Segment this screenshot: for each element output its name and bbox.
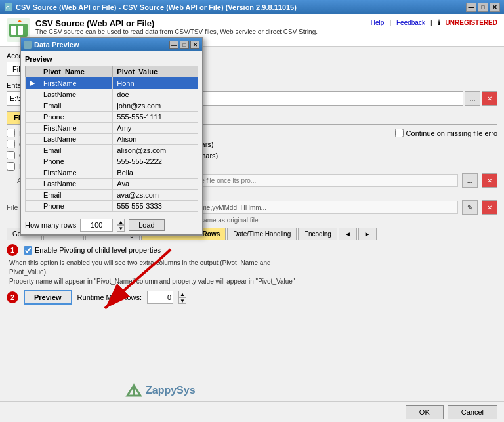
row-arrow xyxy=(26,134,39,145)
pivot-description: When this option is enabled you will see… xyxy=(9,259,497,286)
row-arrow xyxy=(26,156,39,167)
app-header-links: Help | Feedback | ℹ UNREGISTERED xyxy=(371,18,497,27)
table-row[interactable]: FirstName Bella xyxy=(26,167,198,179)
dp-cell-value: alison@zs.com xyxy=(113,145,198,156)
recursive-scan-checkbox[interactable] xyxy=(7,129,15,137)
row-arrow xyxy=(26,190,39,201)
browse-button[interactable]: ... xyxy=(465,91,480,106)
dp-col-arrow xyxy=(26,66,39,77)
app-description: The CSV source can be used to read data … xyxy=(35,28,318,35)
bottom-bar: OK Cancel xyxy=(0,401,504,422)
svg-rect-4 xyxy=(11,26,16,35)
clear-button[interactable]: ✕ xyxy=(482,91,497,106)
dp-cell-value: Hohn xyxy=(113,77,198,89)
dp-title-controls: — □ ✕ xyxy=(169,41,200,49)
pivot-enable-checkbox[interactable] xyxy=(24,246,32,255)
runtime-input[interactable] xyxy=(147,291,173,304)
pivot-enable-label: Enable Pivoting of child level propertie… xyxy=(35,246,161,254)
runtime-spinner[interactable]: ▲ ▼ xyxy=(178,291,186,304)
table-row[interactable]: ▶ FirstName Hohn xyxy=(26,77,198,89)
app-title: CSV Source (Web API or File) xyxy=(35,18,318,28)
dp-load-button[interactable]: Load xyxy=(129,219,164,231)
dp-table: Pivot_Name Pivot_Value ▶ FirstName Hohn … xyxy=(25,66,198,212)
row-arrow: ▶ xyxy=(26,77,39,89)
dp-col-pivot-value: Pivot_Value xyxy=(113,66,198,77)
minimize-button[interactable]: — xyxy=(466,3,476,12)
dp-cell-name: Email xyxy=(39,100,113,112)
zappysys-logo: ZappySys xyxy=(125,383,196,398)
row-arrow xyxy=(26,89,39,100)
dp-cell-name: FirstName xyxy=(39,77,113,89)
dp-col-pivot-name: Pivot_Name xyxy=(39,66,113,77)
main-title-bar: C CSV Source (Web API or File) - CSV Sou… xyxy=(0,0,504,14)
row-arrow xyxy=(26,145,39,156)
archive-browse-btn[interactable]: ... xyxy=(462,173,478,188)
tab-next-arrow[interactable]: ► xyxy=(358,228,377,240)
svg-text:C: C xyxy=(6,5,10,11)
row-arrow xyxy=(26,201,39,212)
table-row[interactable]: Email alison@zs.com xyxy=(26,145,198,156)
dp-minimize-btn[interactable]: — xyxy=(169,41,178,49)
dp-cell-name: FirstName xyxy=(39,123,113,134)
dp-rows-spinner[interactable]: ▲ ▼ xyxy=(117,219,125,232)
table-row[interactable]: LastName Alison xyxy=(26,134,198,145)
filename-edit-btn[interactable]: ✎ xyxy=(462,200,478,215)
maximize-button[interactable]: □ xyxy=(478,3,488,12)
dp-maximize-btn[interactable]: □ xyxy=(180,41,189,49)
badge-2: 2 xyxy=(10,293,14,301)
dp-cell-name: FirstName xyxy=(39,167,113,179)
pivot-enable-row: 1 Enable Pivoting of child level propert… xyxy=(7,244,497,256)
tab-prev-arrow[interactable]: ◄ xyxy=(339,228,357,240)
filename-clear-btn[interactable]: ✕ xyxy=(482,200,497,215)
dp-cell-value: Amy xyxy=(113,123,198,134)
archive-clear-btn[interactable]: ✕ xyxy=(482,173,497,188)
dp-cell-value: Ava xyxy=(113,179,198,190)
filepath-col-checkbox[interactable] xyxy=(7,140,15,148)
dp-cell-value: john@zs.com xyxy=(113,100,198,112)
dp-cell-value: doe xyxy=(113,89,198,100)
archive-file-checkbox[interactable] xyxy=(7,162,15,171)
close-button[interactable]: ✕ xyxy=(490,3,500,12)
dp-cell-value: 555-555-1111 xyxy=(113,112,198,123)
info-icon: ℹ xyxy=(438,18,440,27)
preview-button[interactable]: Preview xyxy=(24,290,72,305)
table-row[interactable]: Phone 555-555-1111 xyxy=(26,112,198,123)
tab-datetime[interactable]: Date/Time Handling xyxy=(227,228,297,240)
filename-col-checkbox[interactable] xyxy=(7,151,15,159)
badge-1: 1 xyxy=(10,246,14,254)
table-row[interactable]: FirstName Amy xyxy=(26,123,198,134)
row-arrow xyxy=(26,123,39,134)
table-row[interactable]: Phone 555-555-3333 xyxy=(26,201,198,212)
dp-rows-input[interactable] xyxy=(80,219,113,232)
tab-encoding[interactable]: Encoding xyxy=(298,228,337,240)
pivot-desc-line3: Property name will appear in "Pivot_Name… xyxy=(9,278,295,285)
table-row[interactable]: LastName Ava xyxy=(26,179,198,190)
row-arrow xyxy=(26,100,39,112)
table-row[interactable]: Email ava@zs.com xyxy=(26,190,198,201)
dp-cell-name: Email xyxy=(39,190,113,201)
table-row[interactable]: LastName doe xyxy=(26,89,198,100)
unregistered-label: UNREGISTERED xyxy=(446,19,497,26)
dp-cell-value: Bella xyxy=(113,167,198,179)
runtime-label: Runtime Max Rows: xyxy=(77,293,142,301)
continue-missing-checkbox[interactable] xyxy=(395,129,404,137)
help-link[interactable]: Help xyxy=(371,19,385,26)
data-preview-window: Data Preview — □ ✕ Preview Pivot_Name Pi… xyxy=(20,37,203,236)
table-row[interactable]: Email john@zs.com xyxy=(26,100,198,112)
ok-button[interactable]: OK xyxy=(406,405,444,419)
dp-cell-name: Email xyxy=(39,145,113,156)
cancel-button[interactable]: Cancel xyxy=(448,405,497,419)
pivot-section: 1 Enable Pivoting of child level propert… xyxy=(7,240,497,308)
pivot-desc-line1: When this option is enabled you will see… xyxy=(9,259,271,266)
svg-rect-5 xyxy=(18,26,23,35)
dp-cell-value: Alison xyxy=(113,134,198,145)
dp-title-icon xyxy=(24,41,32,49)
dp-cell-name: Phone xyxy=(39,112,113,123)
dp-cell-value: 555-555-2222 xyxy=(113,156,198,167)
table-row[interactable]: Phone 555-555-2222 xyxy=(26,156,198,167)
feedback-link[interactable]: Feedback xyxy=(396,19,425,26)
dp-close-btn[interactable]: ✕ xyxy=(190,41,200,49)
dp-cell-name: LastName xyxy=(39,179,113,190)
pivot-desc-line2: Pivot_Value). xyxy=(9,268,48,276)
row-arrow xyxy=(26,112,39,123)
